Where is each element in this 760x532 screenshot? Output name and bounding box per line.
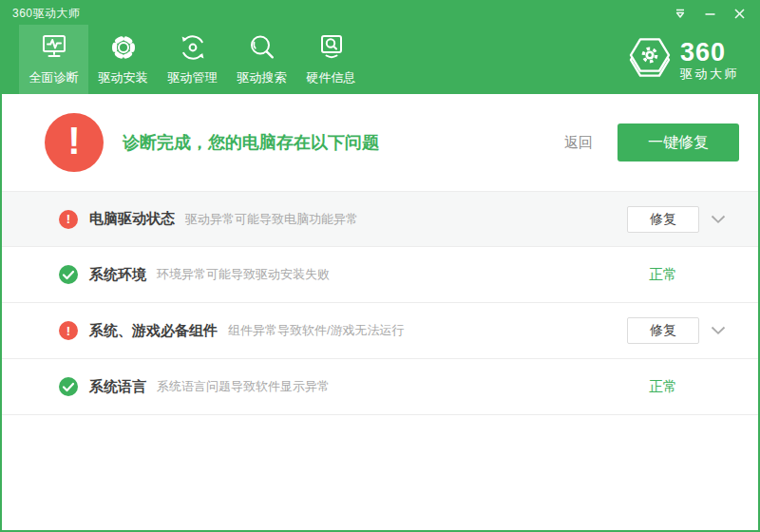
title-bar: 360驱动大师 bbox=[2, 2, 758, 25]
issue-desc: 驱动异常可能导致电脑功能异常 bbox=[185, 211, 358, 228]
close-icon[interactable] bbox=[732, 7, 746, 20]
status-badge: 正常 bbox=[627, 266, 699, 284]
logo-hexagon-gear-icon bbox=[629, 35, 673, 85]
issue-name: 电脑驱动状态 bbox=[89, 210, 175, 228]
issue-desc: 环境异常可能导致驱动安装失败 bbox=[157, 266, 330, 283]
tab-label: 驱动搜索 bbox=[238, 69, 287, 86]
alert-icon: ! bbox=[59, 321, 78, 340]
logo-brand: 360 bbox=[680, 40, 739, 66]
issue-row-components: ! 系统、游戏必备组件 组件异常导致软件/游戏无法运行 修复 bbox=[2, 303, 758, 359]
fix-button[interactable]: 修复 bbox=[627, 206, 699, 233]
warning-badge-icon: ! bbox=[45, 113, 104, 172]
issue-row-system-language: 系统语言 系统语言问题导致软件显示异常 正常 bbox=[2, 359, 758, 415]
search-icon bbox=[246, 31, 278, 64]
window-controls bbox=[674, 7, 758, 20]
tab-driver-install[interactable]: 驱动安装 bbox=[88, 25, 158, 94]
logo-product: 驱动大师 bbox=[680, 67, 739, 80]
issue-name: 系统、游戏必备组件 bbox=[89, 322, 218, 340]
app-window: 360驱动大师 全面诊断 bbox=[0, 0, 760, 532]
window-title: 360驱动大师 bbox=[2, 6, 81, 22]
tab-full-diagnosis[interactable]: 全面诊断 bbox=[19, 25, 88, 94]
hardware-info-icon bbox=[315, 31, 348, 64]
issue-name: 系统环境 bbox=[89, 266, 146, 284]
page-title: 诊断完成，您的电脑存在以下问题 bbox=[123, 131, 379, 154]
issue-row-driver-status: ! 电脑驱动状态 驱动异常可能导致电脑功能异常 修复 bbox=[2, 191, 758, 247]
diagnosis-monitor-icon bbox=[38, 31, 70, 64]
tab-driver-manage[interactable]: 驱动管理 bbox=[158, 25, 227, 94]
main-nav: 全面诊断 驱动安装 驱动管理 bbox=[2, 25, 758, 94]
check-icon bbox=[59, 377, 78, 396]
diagnosis-summary: ! 诊断完成，您的电脑存在以下问题 返回 一键修复 bbox=[2, 94, 758, 191]
content-area: ! 诊断完成，您的电脑存在以下问题 返回 一键修复 ! 电脑驱动状态 驱动异常可… bbox=[2, 94, 758, 530]
back-link[interactable]: 返回 bbox=[564, 134, 593, 152]
chevron-down-icon[interactable] bbox=[711, 326, 726, 335]
tab-label: 驱动安装 bbox=[99, 69, 148, 86]
tab-label: 全面诊断 bbox=[29, 69, 79, 86]
tab-label: 驱动管理 bbox=[168, 69, 218, 86]
fix-all-button[interactable]: 一键修复 bbox=[618, 124, 739, 162]
chevron-down-icon[interactable] bbox=[711, 215, 726, 224]
app-logo: 360 驱动大师 bbox=[629, 35, 739, 85]
issue-row-system-env: 系统环境 环境异常可能导致驱动安装失败 正常 bbox=[2, 247, 758, 303]
issue-name: 系统语言 bbox=[89, 378, 146, 396]
tab-hardware-info[interactable]: 硬件信息 bbox=[296, 25, 366, 94]
minimize-to-tray-icon[interactable] bbox=[674, 7, 687, 20]
alert-icon: ! bbox=[59, 210, 78, 229]
status-badge: 正常 bbox=[627, 378, 699, 396]
gear-icon bbox=[107, 31, 140, 64]
tab-driver-search[interactable]: 驱动搜索 bbox=[227, 25, 296, 94]
tab-label: 硬件信息 bbox=[307, 69, 356, 86]
minimize-icon[interactable] bbox=[703, 7, 716, 20]
fix-button[interactable]: 修复 bbox=[627, 317, 699, 344]
sync-arrows-icon bbox=[177, 31, 209, 64]
empty-area bbox=[2, 415, 758, 530]
issue-desc: 系统语言问题导致软件显示异常 bbox=[157, 378, 330, 395]
issue-desc: 组件异常导致软件/游戏无法运行 bbox=[228, 322, 405, 339]
check-icon bbox=[59, 265, 78, 284]
